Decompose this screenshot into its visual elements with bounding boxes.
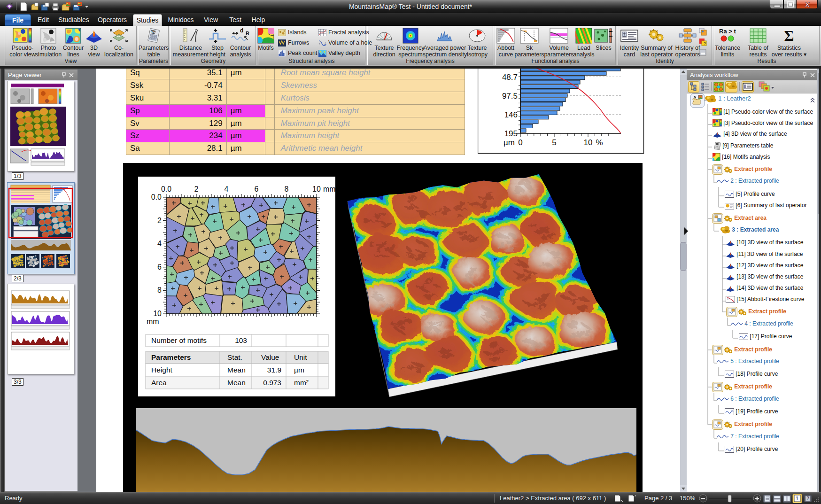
svg-text:1: 1: [796, 496, 798, 501]
svg-text:R: R: [246, 31, 249, 36]
svg-text:97.5: 97.5: [502, 92, 518, 101]
svg-text:µm: µm: [503, 138, 515, 147]
svg-text:48.7: 48.7: [502, 73, 518, 82]
svg-text:0: 0: [518, 138, 522, 147]
svg-text:?: ?: [704, 41, 706, 46]
svg-text:Ra > t: Ra > t: [719, 28, 736, 35]
svg-text:10: 10: [584, 138, 593, 147]
svg-text:146: 146: [504, 110, 518, 119]
svg-text:%: %: [596, 138, 603, 147]
svg-text:d: d: [240, 28, 243, 34]
svg-text:2: 2: [806, 496, 809, 501]
svg-text:195: 195: [504, 129, 518, 138]
svg-text:X: X: [805, 0, 810, 8]
svg-text:Σ: Σ: [784, 28, 794, 44]
svg-text:5: 5: [552, 138, 556, 147]
